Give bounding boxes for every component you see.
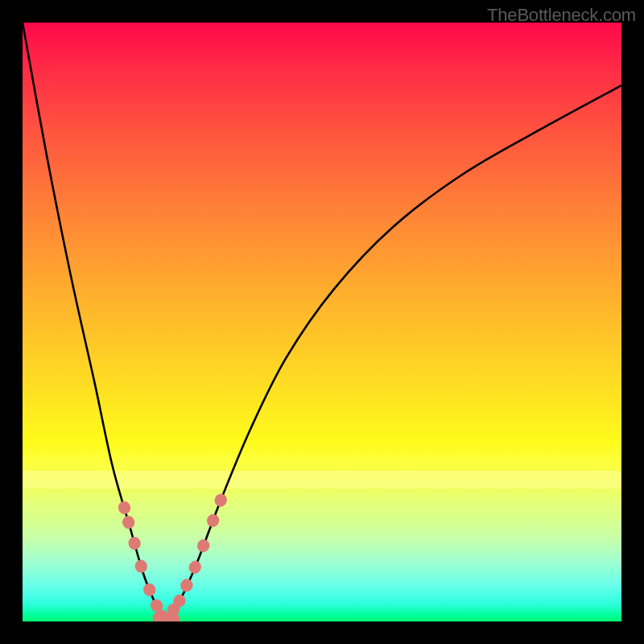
- svg-rect-12: [205, 512, 221, 528]
- svg-rect-3: [134, 559, 149, 575]
- bead: [187, 559, 203, 575]
- chart-frame: TheBottleneck.com: [0, 0, 644, 644]
- svg-rect-9: [179, 577, 195, 594]
- bead: [179, 577, 195, 594]
- bead: [205, 512, 221, 528]
- svg-rect-13: [213, 492, 229, 509]
- right-curve: [165, 85, 621, 620]
- bead: [142, 581, 158, 598]
- bead: [127, 535, 142, 551]
- svg-rect-11: [196, 538, 212, 554]
- bead-group: [117, 492, 229, 621]
- bead: [196, 538, 212, 554]
- curves-layer: [23, 23, 621, 621]
- svg-rect-4: [142, 581, 158, 598]
- svg-rect-1: [121, 514, 136, 530]
- bead: [213, 492, 229, 509]
- svg-rect-10: [187, 559, 203, 575]
- bead: [134, 559, 149, 575]
- bead: [121, 514, 136, 530]
- left-curve: [23, 23, 165, 621]
- svg-rect-0: [117, 500, 132, 516]
- svg-rect-2: [127, 535, 142, 551]
- bead: [117, 500, 132, 516]
- plot-area: [23, 23, 621, 621]
